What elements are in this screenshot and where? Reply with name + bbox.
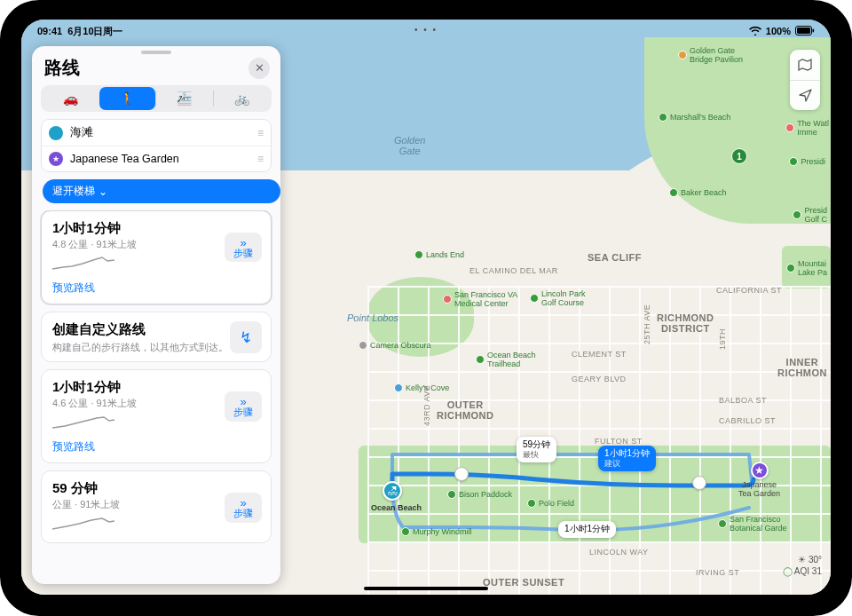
route-time: 1小时1分钟 [52,220,225,237]
route-badge-suggested[interactable]: 1小时1分钟建议 [598,446,656,471]
mode-walking[interactable]: 🚶 [99,87,156,110]
chevron-down-icon: ⌄ [99,186,107,198]
reorder-handle-icon[interactable]: ≡ [257,153,264,165]
map-controls [790,50,820,110]
stop-from[interactable]: 海滩 ≡ [42,120,271,146]
origin-pin[interactable]: 🏖 [383,481,402,501]
map-mode-button[interactable] [790,50,820,80]
stop-from-label: 海滩 [70,125,93,140]
panel-title: 路线 [44,56,80,80]
wifi-icon [749,26,761,37]
weather-widget[interactable]: ☀︎ 30° ◯ AQI 31 [783,555,822,577]
preview-route-link[interactable]: 预览路线 [52,439,262,454]
stop-to[interactable]: ★ Japanese Tea Garden ≡ [42,146,271,171]
custom-route-title: 创建自定义路线 [52,321,230,338]
multitask-dots[interactable]: • • • [414,25,438,35]
poi-murphy: Murphy Windmill [401,527,472,536]
close-button[interactable]: ✕ [248,58,270,79]
preview-route-link[interactable]: 预览路线 [52,280,262,296]
poi-sfbg: San Francisco Botanical Garde [718,515,787,533]
route-option-3[interactable]: 59 分钟 公里 · 91米上坡 »步骤 [41,470,272,543]
create-custom-route[interactable]: 创建自定义路线 构建自己的步行路线，以其他方式到达。 ↯ [41,312,272,362]
destination-pin[interactable]: ★ Japanese Tea Garden [738,462,780,498]
locate-button[interactable] [790,80,820,110]
beach-icon [49,126,63,140]
steps-button[interactable]: »步骤 [225,233,262,263]
reorder-handle-icon[interactable]: ≡ [257,127,264,139]
home-indicator[interactable] [364,587,488,590]
battery-text: 100% [766,26,791,36]
status-date: 6月10日周一 [67,25,122,38]
mode-cycling[interactable]: 🚲 [214,87,271,110]
route-detail: 4.6 公里 · 91米上坡 [52,397,225,410]
route-option-1[interactable]: 1小时1分钟 4.8 公里 · 91米上坡 »步骤 预览路线 [41,210,272,304]
avoid-stairs-chip[interactable]: 避开楼梯⌄ [43,179,280,203]
route-badge-fastest[interactable]: 59分钟最快 [517,437,556,462]
custom-route-sub: 构建自己的步行路线，以其他方式到达。 [52,341,230,353]
route-detail: 公里 · 91米上坡 [52,498,225,511]
poi-bison: Bison Paddock [447,490,512,499]
mode-transit[interactable]: 🚈 [156,87,213,110]
route-badge-alt[interactable]: 1小时1分钟 [558,521,616,538]
route-stops: 海滩 ≡ ★ Japanese Tea Garden ≡ [41,119,272,172]
elevation-sparkline [52,414,114,430]
steps-button[interactable]: »步骤 [225,391,262,422]
stop-to-label: Japanese Tea Garden [70,153,179,165]
status-time: 09:41 [37,26,62,36]
panel-grabber[interactable] [141,51,171,54]
star-icon: ★ [49,152,63,166]
elevation-sparkline [52,515,114,531]
custom-route-icon: ↯ [230,321,262,353]
poi-polo: Polo Field [527,499,574,508]
route-option-2[interactable]: 1小时1分钟 4.6 公里 · 91米上坡 »步骤 预览路线 [41,369,272,463]
crossing-marker [454,467,469,481]
origin-label: Ocean Beach [371,503,422,512]
svg-rect-1 [797,28,810,34]
crossing-marker [692,476,706,490]
directions-panel: 路线 ✕ 🚗 🚶 🚈 🚲 海滩 ≡ ★ Japanese T [32,46,280,584]
svg-rect-2 [813,28,815,32]
mode-driving[interactable]: 🚗 [43,87,99,110]
route-detail: 4.8 公里 · 91米上坡 [52,238,225,251]
route-time: 59 分钟 [52,480,225,497]
battery-icon [795,26,815,37]
route-time: 1小时1分钟 [52,379,225,396]
transport-mode-segmented: 🚗 🚶 🚈 🚲 [41,85,272,112]
steps-button[interactable]: »步骤 [225,493,262,523]
elevation-sparkline [52,255,114,271]
